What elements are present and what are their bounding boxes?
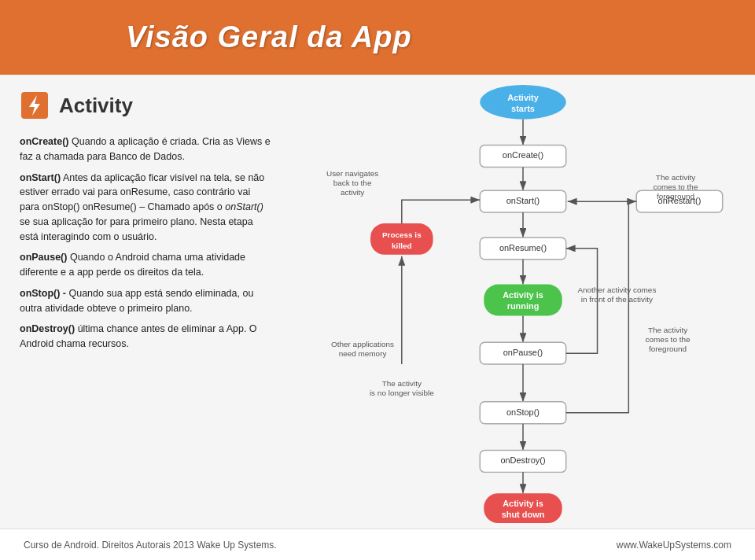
activity-starts-node	[480, 85, 565, 120]
user-navigates-back-text3: activity	[341, 188, 364, 197]
activity-running-text1: Activity is	[503, 290, 543, 300]
activity-shutdown-text1: Activity is	[503, 499, 543, 508]
user-navigates-back-text1: User navigates	[326, 169, 378, 178]
user-navigates-back-text2: back to the	[333, 179, 372, 187]
description-text: onCreate() Quando a aplicação é criada. …	[20, 134, 271, 352]
activity-title: Activity	[59, 94, 133, 118]
lifecycle-diagram: Activity starts onCreate() onStart() onR…	[291, 75, 755, 529]
process-killed-text1: Process is	[382, 230, 422, 239]
other-apps-text2: need memory	[339, 349, 387, 358]
onstop-label: onStop() -	[20, 288, 68, 299]
ondestroy-node-text: onDestroy()	[500, 455, 545, 465]
foreground-text2c: foreground	[657, 192, 694, 201]
no-longer-visible-text2: is no longer visible	[370, 389, 434, 397]
onresume-node-text: onResume()	[499, 243, 547, 252]
arrow-onstop-onrestart	[566, 201, 637, 413]
foreground-text2a: The activity	[656, 173, 695, 182]
onstart-node-text: onStart()	[506, 196, 540, 205]
onstart-label: onStart()	[20, 172, 61, 183]
activity-running-text2: running	[507, 301, 540, 311]
other-apps-text1: Other applications	[331, 340, 394, 348]
process-killed-text2: killed	[392, 241, 411, 250]
foreground-text1a: The activity	[648, 326, 687, 334]
another-activity-text1: Another activity comes	[577, 286, 656, 294]
activity-starts-text2: starts	[511, 104, 535, 113]
onstop-node-text: onStop()	[506, 407, 540, 417]
diagram-panel: Activity starts onCreate() onStart() onR…	[291, 75, 755, 529]
footer: Curso de Android. Direitos Autorais 2013…	[0, 529, 755, 560]
no-longer-visible-text1: The activity	[382, 379, 422, 388]
page-title: Visão Geral da App	[126, 20, 412, 54]
footer-right: www.WakeUpSystems.com	[617, 540, 731, 551]
activity-running-node	[484, 285, 562, 316]
activity-icon	[20, 90, 50, 120]
activity-starts-text: Activity	[507, 93, 539, 102]
oncreate-label: onCreate()	[20, 136, 69, 147]
activity-shutdown-text2: shut down	[502, 510, 545, 519]
onpause-label: onPause()	[20, 252, 67, 263]
footer-left: Curso de Android. Direitos Autorais 2013…	[24, 540, 277, 551]
foreground-text2b: comes to the	[654, 182, 698, 191]
foreground-text1b: comes to the	[646, 335, 691, 344]
oncreate-node-text: onCreate()	[503, 150, 543, 160]
arrow-processkilled-onstart	[402, 200, 480, 223]
activity-header: Activity	[20, 90, 271, 120]
another-activity-text2: in front of the activity	[581, 295, 653, 304]
header: Visão Geral da App	[0, 0, 755, 75]
foreground-text1c: foreground	[649, 344, 687, 353]
main-content: Activity onCreate() Quando a aplicação é…	[0, 75, 755, 529]
onpause-node-text: onPause()	[503, 348, 543, 357]
ondestroy-label: onDestroy()	[20, 323, 75, 334]
left-panel: Activity onCreate() Quando a aplicação é…	[0, 75, 291, 529]
